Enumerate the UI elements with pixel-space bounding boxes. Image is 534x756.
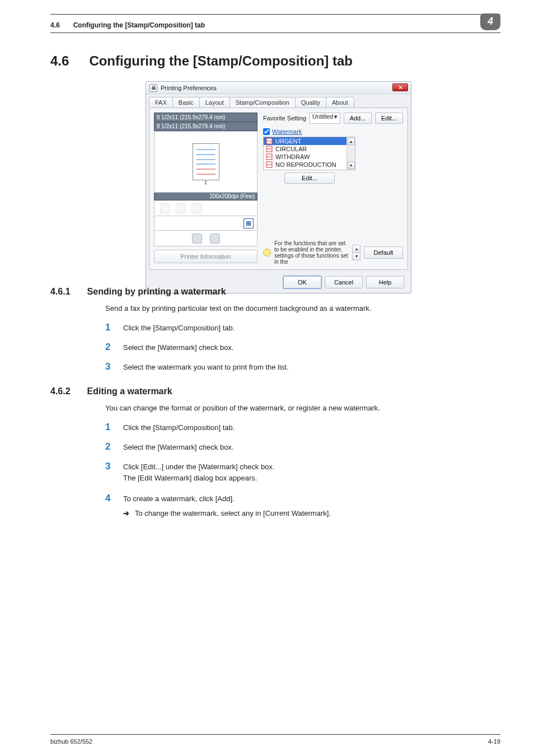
tab-basic[interactable]: Basic: [172, 97, 200, 108]
layout-view-icon[interactable]: [160, 203, 170, 213]
detail-view-icon[interactable]: [176, 203, 186, 213]
stamp-icon: [266, 161, 273, 168]
step-text: Select the [Watermark] check box.: [123, 342, 495, 353]
list-item[interactable]: NO REPRODUCTION: [264, 161, 355, 169]
printer-information-button: Printer Information: [154, 250, 257, 263]
resolution-label: 200x200dpi (Fine): [154, 193, 257, 200]
page-number: 1: [204, 180, 207, 181]
tab-layout[interactable]: Layout: [199, 97, 230, 108]
list-item-label: URGENT: [275, 138, 301, 144]
watermark-edit-button[interactable]: Edit...: [284, 172, 335, 184]
watermark-label-text: Watermark: [272, 128, 302, 135]
footer-page-number: 4-19: [488, 738, 500, 745]
status-hint-text: For the functions that are set to be ena…: [274, 240, 349, 265]
page-preview: 1: [154, 131, 257, 193]
list-item-label: CIRCULAR: [275, 146, 307, 152]
tab-stamp-composition[interactable]: Stamp/Composition: [229, 97, 296, 108]
scroll-up-icon[interactable]: ▴: [348, 138, 355, 145]
list-item[interactable]: WITHDRAW: [264, 153, 355, 161]
step-number: 2: [105, 342, 113, 353]
h2-title: Editing a watermark: [87, 386, 172, 396]
arrow-icon: ➔: [123, 508, 129, 519]
list-item-label: WITHDRAW: [275, 153, 310, 160]
step-number: 3: [105, 361, 113, 372]
step-number: 3: [105, 461, 113, 472]
list-item[interactable]: CIRCULAR: [264, 145, 355, 153]
running-header-number: 4.6: [50, 21, 60, 29]
step-text: Select the watermark you want to print f…: [123, 362, 495, 373]
watermark-list-scrollbar[interactable]: ▴ ▾: [346, 137, 355, 170]
h1-title: Configuring the [Stamp/Composition] tab: [89, 53, 353, 69]
watermark-checkbox[interactable]: [263, 128, 270, 135]
step-number: 4: [105, 493, 113, 504]
status-scroll[interactable]: ▴ ▾: [352, 245, 360, 260]
h2-number: 4.6.1: [50, 287, 71, 297]
original-size-label: 8 1/2x11 (215.9x279.4 mm): [154, 113, 257, 122]
output-size-label: 8 1/2x11 (215.9x279.4 mm): [154, 122, 257, 131]
tab-about[interactable]: About: [326, 97, 354, 108]
page-thumbnail: 1: [193, 143, 219, 180]
properties-toggle-icon[interactable]: ▦: [243, 218, 254, 228]
stamp-icon: [266, 146, 273, 152]
tab-fax[interactable]: FAX: [149, 97, 173, 108]
window-titlebar: 🖶 Printing Preferences ✕: [146, 82, 411, 94]
step-number: 2: [105, 441, 113, 452]
step-text: Click [Edit...] under the [Watermark] ch…: [123, 461, 495, 483]
h1-number: 4.6: [50, 53, 69, 69]
tab-quality[interactable]: Quality: [295, 97, 326, 108]
scroll-up-icon[interactable]: ▴: [353, 245, 360, 253]
step-text: Click the [Stamp/Composition] tab.: [123, 422, 495, 433]
step-text: Click the [Stamp/Composition] tab.: [123, 323, 495, 334]
close-button[interactable]: ✕: [392, 83, 408, 91]
view-toolbar: [154, 200, 257, 216]
default-button[interactable]: Default: [364, 246, 403, 259]
h2-number: 4.6.2: [50, 386, 71, 396]
favorite-setting-select[interactable]: Untitled ▾: [310, 113, 340, 124]
list-item[interactable]: URGENT: [264, 137, 355, 145]
user-auth-icon[interactable]: [192, 234, 202, 244]
chapter-badge: 4: [480, 13, 500, 30]
printing-preferences-window: 🖶 Printing Preferences ✕ FAX Basic Layou…: [146, 81, 411, 293]
scroll-down-icon[interactable]: ▾: [353, 253, 360, 260]
substep-text: To change the watermark, select any in […: [135, 508, 331, 519]
running-header-title: Configuring the [Stamp/Composition] tab: [73, 21, 480, 29]
step-number: 1: [105, 422, 113, 433]
footer-product: bizhub 652/552: [50, 738, 92, 745]
printer-view-icon[interactable]: [191, 203, 202, 213]
body-text: Send a fax by printing particular text o…: [105, 304, 495, 314]
favorite-setting-label: Favorite Setting: [263, 115, 306, 122]
account-track-icon[interactable]: [210, 234, 220, 244]
cancel-button[interactable]: Cancel: [325, 276, 363, 288]
printer-icon: 🖶: [149, 84, 157, 92]
scroll-down-icon[interactable]: ▾: [348, 162, 355, 169]
help-button[interactable]: Help: [366, 276, 404, 288]
list-item-label: NO REPRODUCTION: [275, 161, 336, 168]
step-text: Select the [Watermark] check box.: [123, 442, 495, 453]
favorite-setting-value: Untitled: [312, 113, 333, 120]
hint-bulb-icon: [263, 249, 271, 256]
watermark-list[interactable]: URGENT CIRCULAR WITHDRAW NO REPRODUCTION: [263, 137, 355, 170]
step-text: To create a watermark, click [Add]. ➔ To…: [123, 493, 495, 519]
h2-title: Sending by printing a watermark: [87, 287, 226, 297]
window-title: Printing Preferences: [161, 85, 217, 91]
favorite-add-button[interactable]: Add...: [344, 113, 372, 124]
watermark-checkbox-label[interactable]: Watermark: [263, 128, 403, 135]
ok-button[interactable]: OK: [283, 276, 321, 288]
step-number: 1: [105, 322, 113, 333]
stamp-icon: [266, 153, 273, 160]
favorite-edit-button[interactable]: Edit...: [375, 113, 403, 124]
body-text: You can change the format or position of…: [105, 403, 495, 413]
stamp-icon: [266, 138, 273, 144]
